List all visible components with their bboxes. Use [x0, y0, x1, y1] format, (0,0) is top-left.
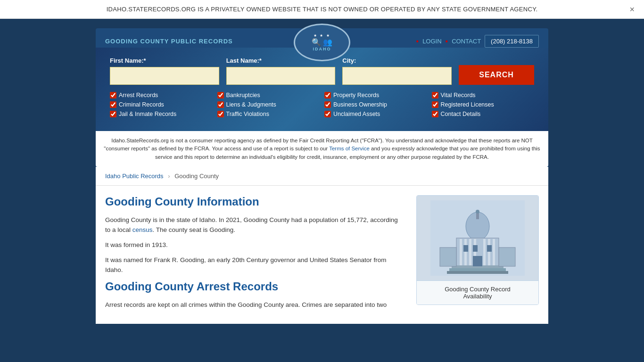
phone-button[interactable]: (208) 218-8138 — [485, 35, 539, 48]
checkbox-label: Unclaimed Assets — [333, 111, 380, 117]
checkbox-label: Criminal Records — [119, 101, 164, 108]
sidebar-image — [417, 196, 538, 280]
banner-text: IDAHO.STATERECORDS.ORG IS A PRIVATELY OW… — [107, 6, 538, 13]
sidebar-caption: Gooding County Record Availability — [417, 280, 538, 304]
checkbox-item: Vital Records — [432, 92, 535, 99]
city-label: City: — [342, 57, 452, 64]
checkbox-liens-&-judgments[interactable] — [217, 101, 224, 108]
contact-link[interactable]: CONTACT — [452, 38, 481, 45]
checkbox-label: Jail & Inmate Records — [119, 111, 176, 117]
login-link[interactable]: LOGIN — [422, 38, 441, 45]
svg-point-3 — [476, 210, 479, 214]
checkbox-item: Traffic Violations — [217, 111, 320, 117]
breadcrumb-current: Gooding County — [174, 173, 219, 180]
svg-rect-9 — [483, 239, 486, 266]
svg-rect-7 — [469, 239, 471, 266]
breadcrumb-parent[interactable]: Idaho Public Records — [105, 173, 164, 180]
svg-rect-20 — [499, 247, 515, 266]
building-illustration — [430, 200, 525, 276]
search-button[interactable]: SEARCH — [459, 65, 534, 85]
sidebar-card: Gooding County Record Availability — [416, 195, 539, 305]
checkbox-item: Registered Licenses — [432, 101, 535, 108]
first-name-label: First Name:* — [110, 57, 219, 64]
content-main: Gooding County Information Gooding Count… — [105, 195, 402, 315]
breadcrumb: Idaho Public Records › Gooding County — [96, 167, 548, 186]
checkbox-traffic-violations[interactable] — [217, 111, 224, 117]
checkbox-jail-&-inmate-records[interactable] — [110, 111, 116, 117]
checkbox-label: Bankruptcies — [226, 92, 260, 99]
svg-rect-17 — [487, 245, 492, 252]
city-input[interactable] — [342, 67, 452, 85]
banner-close-button[interactable]: × — [629, 4, 635, 14]
content-sidebar: Gooding County Record Availability — [416, 195, 539, 315]
main-wrapper: GOODING COUNTY PUBLIC RECORDS ★ ★ ★ 🔍 👥 … — [96, 19, 548, 338]
sidebar-caption-line1: Gooding County Record — [445, 286, 510, 293]
info-text1: Gooding County is in the state of Idaho.… — [105, 215, 402, 235]
svg-rect-13 — [449, 268, 506, 271]
checkboxes-row: Arrest RecordsBankruptciesProperty Recor… — [110, 92, 534, 117]
checkbox-label: Contact Details — [441, 111, 481, 117]
terms-link[interactable]: Terms of Service — [329, 146, 370, 151]
sidebar-caption-line2: Availability — [463, 293, 492, 300]
info-heading: Gooding County Information — [105, 195, 402, 208]
checkbox-arrest-records[interactable] — [110, 92, 116, 99]
header-nav: • LOGIN • CONTACT (208) 218-8138 — [416, 35, 539, 48]
checkbox-item: Unclaimed Assets — [324, 111, 427, 117]
arrest-text: Arrest records are kept on all crimes wi… — [105, 300, 402, 310]
disclaimer-text: Idaho.StateRecords.org is not a consumer… — [104, 138, 540, 160]
svg-rect-6 — [464, 239, 467, 266]
breadcrumb-separator: › — [168, 173, 170, 180]
svg-rect-11 — [493, 239, 495, 266]
checkbox-item: Jail & Inmate Records — [110, 111, 213, 117]
checkbox-contact-details[interactable] — [432, 111, 438, 117]
nav-dot-contact: • — [446, 37, 448, 46]
census-link[interactable]: census — [132, 226, 153, 233]
checkbox-item: Business Ownership — [324, 101, 427, 108]
city-group: City: — [342, 57, 452, 85]
checkbox-item: Bankruptcies — [217, 92, 320, 99]
logo-stars: ★ ★ ★ — [312, 33, 332, 38]
first-name-group: First Name:* — [110, 57, 219, 85]
top-banner: IDAHO.STATERECORDS.ORG IS A PRIVATELY OW… — [0, 0, 644, 19]
checkbox-item: Arrest Records — [110, 92, 213, 99]
logo-circle: ★ ★ ★ 🔍 👥 IDAHO — [294, 24, 350, 61]
logo-area: ★ ★ ★ 🔍 👥 IDAHO — [294, 24, 350, 61]
checkbox-label: Registered Licenses — [441, 101, 494, 108]
svg-rect-14 — [447, 271, 508, 274]
checkbox-item: Contact Details — [432, 111, 535, 117]
checkbox-label: Liens & Judgments — [226, 101, 276, 108]
first-name-input[interactable] — [110, 67, 219, 85]
svg-rect-16 — [473, 245, 478, 252]
svg-rect-18 — [473, 256, 482, 266]
checkbox-registered-licenses[interactable] — [432, 101, 438, 108]
checkbox-business-ownership[interactable] — [324, 101, 331, 108]
checkbox-unclaimed-assets[interactable] — [324, 111, 331, 117]
header-top: GOODING COUNTY PUBLIC RECORDS ★ ★ ★ 🔍 👥 … — [96, 28, 548, 48]
arrest-heading: Gooding County Arrest Records — [105, 280, 402, 293]
checkbox-label: Arrest Records — [119, 92, 158, 99]
checkbox-label: Property Records — [333, 92, 379, 99]
nav-dot-login: • — [416, 37, 419, 46]
checkbox-item: Criminal Records — [110, 101, 213, 108]
disclaimer: Idaho.StateRecords.org is not a consumer… — [96, 131, 548, 167]
content-area: Idaho Public Records › Gooding County Go… — [96, 167, 548, 324]
checkbox-label: Vital Records — [441, 92, 476, 99]
checkbox-label: Business Ownership — [333, 101, 387, 108]
site-title: GOODING COUNTY PUBLIC RECORDS — [105, 38, 233, 45]
svg-rect-5 — [460, 239, 462, 266]
checkbox-item: Property Records — [324, 92, 427, 99]
svg-rect-15 — [463, 245, 468, 252]
checkbox-vital-records[interactable] — [432, 92, 438, 99]
svg-rect-19 — [440, 247, 456, 266]
header-card: GOODING COUNTY PUBLIC RECORDS ★ ★ ★ 🔍 👥 … — [96, 28, 548, 167]
info-text2: It was formed in 1913. — [105, 240, 402, 250]
checkbox-label: Traffic Violations — [226, 111, 269, 117]
checkbox-bankruptcies[interactable] — [217, 92, 224, 99]
svg-rect-10 — [488, 239, 490, 266]
info-text3: It was named for Frank R. Gooding, an ea… — [105, 255, 402, 275]
last-name-input[interactable] — [226, 67, 336, 85]
checkbox-item: Liens & Judgments — [217, 101, 320, 108]
checkbox-criminal-records[interactable] — [110, 101, 116, 108]
logo-state-text: IDAHO — [312, 47, 332, 51]
checkbox-property-records[interactable] — [324, 92, 331, 99]
